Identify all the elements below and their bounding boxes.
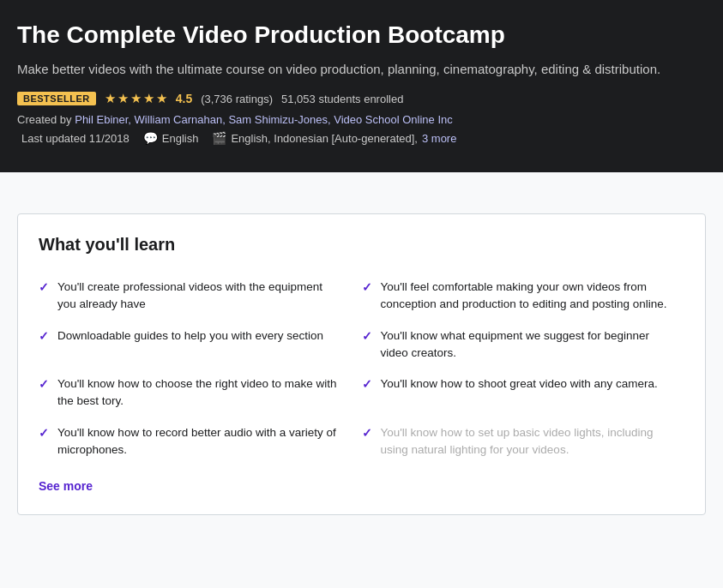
enrolled-count: 51,053 students enrolled — [281, 93, 403, 105]
star-3: ★ — [130, 91, 142, 106]
learn-text: You'll feel comfortable making your own … — [381, 279, 672, 314]
learn-text: You'll know what equipment we suggest fo… — [381, 327, 672, 363]
learn-item: ✓ Downloadable guides to help you with e… — [39, 321, 362, 369]
meta-row: BESTSELLER ★ ★ ★ ★ ★ 4.5 (3,736 ratings)… — [17, 91, 706, 106]
info-row: Last updated 11/2018 💬 English 🎬 English… — [17, 131, 706, 145]
main-content: What you'll learn ✓ You'll create profes… — [0, 193, 723, 536]
learn-title: What you'll learn — [39, 235, 684, 255]
language-text: English — [162, 132, 199, 145]
speech-icon: 💬 — [143, 131, 158, 145]
learn-item: ✓ You'll know what equipment we suggest … — [362, 321, 685, 369]
learn-section: What you'll learn ✓ You'll create profes… — [17, 213, 706, 515]
language-item: 💬 English — [143, 131, 199, 145]
check-icon: ✓ — [39, 426, 49, 440]
learn-item: ✓ You'll feel comfortable making your ow… — [362, 272, 685, 321]
captions-text: English, Indonesian [Auto-generated], — [231, 132, 418, 145]
star-1: ★ — [105, 91, 116, 106]
hero-section: The Complete Video Production Bootcamp M… — [0, 0, 723, 172]
check-icon: ✓ — [39, 329, 49, 343]
course-subtitle: Make better videos with the ultimate cou… — [17, 60, 706, 80]
learn-text-faded: You'll know how to set up basic video li… — [381, 424, 672, 459]
captions-icon: 🎬 — [212, 131, 226, 145]
check-icon: ✓ — [362, 426, 372, 440]
spacer — [0, 172, 723, 193]
bestseller-badge: BESTSELLER — [17, 92, 96, 105]
last-updated-text: Last updated 11/2018 — [21, 132, 130, 145]
created-by-label: Created by — [17, 113, 72, 126]
learn-text: You'll know how to choose the right vide… — [57, 375, 341, 411]
star-2: ★ — [117, 91, 129, 106]
learn-text: Downloadable guides to help you with eve… — [57, 327, 323, 345]
check-icon: ✓ — [39, 280, 49, 294]
check-icon: ✓ — [362, 377, 372, 391]
captions-item: 🎬 English, Indonesian [Auto-generated], … — [212, 131, 456, 145]
learn-item: ✓ You'll know how to choose the right vi… — [39, 369, 362, 417]
course-title: The Complete Video Production Bootcamp — [17, 21, 706, 50]
created-by: Created by Phil Ebiner, William Carnahan… — [17, 113, 706, 126]
creator-link[interactable]: Phil Ebiner, William Carnahan, Sam Shimi… — [75, 113, 453, 126]
star-5-half: ★ — [156, 91, 167, 106]
learn-item: ✓ You'll know how to shoot great video w… — [362, 369, 685, 417]
rating-count: (3,736 ratings) — [201, 93, 273, 105]
learn-item: ✓ You'll know how to record better audio… — [39, 417, 362, 466]
learn-item: ✓ You'll create professional videos with… — [39, 272, 362, 321]
captions-more-link[interactable]: 3 more — [422, 132, 456, 145]
see-more-link[interactable]: See more — [39, 479, 93, 493]
learn-text: You'll create professional videos with t… — [57, 279, 341, 314]
star-4: ★ — [143, 91, 154, 106]
learn-text: You'll know how to record better audio w… — [57, 424, 341, 459]
check-icon: ✓ — [362, 329, 372, 343]
last-updated-item: Last updated 11/2018 — [17, 132, 130, 145]
star-rating: ★ ★ ★ ★ ★ — [105, 91, 167, 106]
learn-text: You'll know how to shoot great video wit… — [381, 375, 658, 393]
learn-item: ✓ You'll know how to set up basic video … — [362, 417, 685, 466]
check-icon: ✓ — [39, 377, 49, 391]
check-icon: ✓ — [362, 280, 372, 294]
rating-value: 4.5 — [176, 92, 192, 105]
learn-grid: ✓ You'll create professional videos with… — [39, 272, 684, 465]
